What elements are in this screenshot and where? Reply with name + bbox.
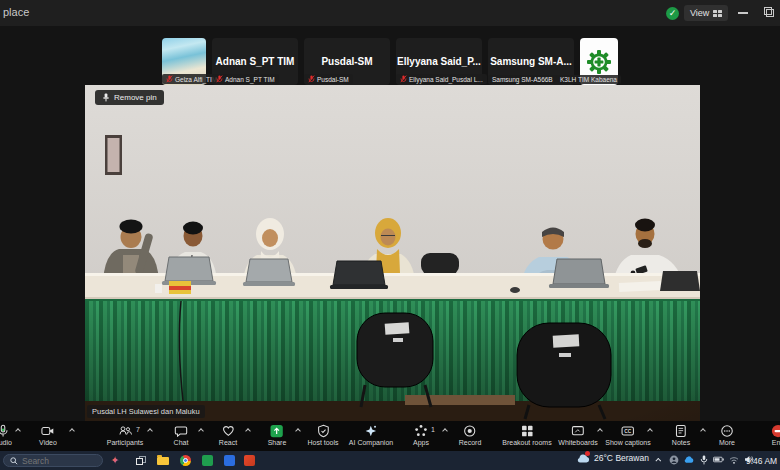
green-app-icon[interactable] — [200, 454, 214, 467]
zoom-meeting-window: place ✓ View Gelza Alfi_TIM Adnan S_PT T… — [0, 0, 780, 470]
breakout-rooms-button[interactable]: Breakout rooms — [502, 424, 551, 446]
participants-chevron[interactable] — [148, 429, 152, 433]
network-icon[interactable] — [728, 453, 739, 466]
system-tray — [653, 453, 754, 466]
chrome-icon[interactable] — [178, 454, 192, 467]
chat-chevron[interactable] — [199, 429, 203, 433]
end-meeting-button[interactable]: End — [771, 424, 780, 446]
taskbar-search[interactable] — [3, 454, 103, 467]
react-button[interactable]: React — [219, 424, 237, 446]
participant-display-name: Adnan S_PT TIM — [216, 56, 295, 67]
weather-temp: 26°C — [594, 453, 613, 463]
restore-button[interactable] — [764, 7, 774, 17]
more-icon — [720, 424, 734, 438]
participant-label: Ellyyana Said_Pusdal L... — [409, 76, 483, 83]
whiteboards-chevron[interactable] — [598, 429, 602, 433]
host-tools-button[interactable]: Host tools — [307, 424, 338, 446]
taskbar-clock[interactable]: 9:46 AM — [746, 456, 777, 466]
battery-icon[interactable] — [713, 453, 724, 466]
participants-label: Participants — [107, 439, 144, 446]
participant-strip: Gelza Alfi_TIM Adnan S_PT TIM Adnan S_PT… — [0, 38, 780, 85]
breakout-rooms-icon — [520, 424, 534, 438]
file-explorer-icon[interactable] — [156, 454, 170, 467]
shield-icon — [316, 424, 330, 438]
audio-label: Audio — [0, 439, 12, 446]
main-video-pinned[interactable]: Remove pin Pusdal LH Sulawesi dan Maluku — [85, 85, 700, 421]
show-captions-chevron[interactable] — [648, 429, 652, 433]
participants-icon — [117, 424, 132, 438]
whiteboards-button[interactable]: Whiteboards — [558, 424, 597, 446]
minimize-button[interactable] — [738, 12, 748, 14]
camera-icon — [41, 424, 56, 438]
react-chevron[interactable] — [246, 429, 250, 433]
empty-chair-behind-table — [421, 253, 459, 275]
participant-name-pill: Ellyyana Said_Pusdal L... — [396, 74, 487, 84]
notes-chevron[interactable] — [701, 429, 705, 433]
copilot-icon[interactable]: ✦ — [108, 454, 122, 467]
apps-chevron[interactable] — [443, 429, 447, 433]
participant-name-pill: K3LH TIM Kabaena — [556, 75, 621, 84]
video-chevron[interactable] — [70, 429, 74, 433]
end-label: End — [772, 439, 780, 446]
muted-mic-icon — [166, 75, 173, 83]
tray-mic-icon[interactable] — [698, 453, 709, 466]
tray-expand-chevron[interactable] — [653, 453, 664, 466]
search-input[interactable] — [22, 456, 92, 466]
svg-text:CC: CC — [624, 429, 632, 434]
windows-taskbar: ✦ 26°C Berawan 9:46 AM — [0, 451, 780, 470]
apps-label: Apps — [413, 439, 429, 446]
audio-button[interactable]: Audio — [0, 424, 12, 446]
ai-companion-label: AI Companion — [349, 439, 393, 446]
participant-tile-k3lh[interactable]: K3LH TIM Kabaena — [580, 38, 618, 85]
ai-sparkle-icon — [364, 424, 378, 438]
whiteboards-label: Whiteboards — [558, 439, 597, 446]
ai-companion-button[interactable]: AI Companion — [349, 424, 393, 446]
record-button[interactable]: Record — [459, 424, 482, 446]
orange-app-icon[interactable] — [242, 454, 256, 467]
show-captions-button[interactable]: CC Show captions — [605, 424, 651, 446]
remove-pin-button[interactable]: Remove pin — [95, 90, 164, 105]
taskbar-weather[interactable]: 26°C Berawan — [576, 453, 649, 463]
onedrive-cloud-icon[interactable] — [683, 453, 694, 466]
end-call-icon — [771, 424, 780, 438]
search-icon — [10, 457, 18, 465]
active-speaker-label: Pusdal LH Sulawesi dan Maluku — [87, 405, 205, 418]
participant-tile-adnan[interactable]: Adnan S_PT TIM Adnan S_PT TIM — [212, 38, 298, 85]
participant-label: Pusdal-SM — [317, 76, 349, 83]
participant-tile-gelza[interactable]: Gelza Alfi_TIM — [162, 38, 206, 85]
apps-button[interactable]: Apps — [413, 424, 429, 446]
show-captions-label: Show captions — [605, 439, 651, 446]
participant-tile-ellyyana[interactable]: Ellyyana Said_P... Ellyyana Said_Pusdal … — [396, 38, 482, 85]
participants-count-badge: 7 — [136, 426, 140, 433]
notes-button[interactable]: Notes — [672, 424, 690, 446]
share-button[interactable]: Share — [268, 424, 287, 446]
share-screen-icon — [270, 424, 284, 438]
breakout-rooms-label: Breakout rooms — [502, 439, 551, 446]
notes-icon — [674, 424, 688, 438]
video-button[interactable]: Video — [39, 424, 57, 446]
chat-label: Chat — [174, 439, 189, 446]
participant-display-name: Pusdal-SM — [321, 56, 372, 67]
participant-tile-pusdal-sm[interactable]: Pusdal-SM Pusdal-SM — [304, 38, 390, 85]
tray-app-icon[interactable] — [668, 453, 679, 466]
audio-chevron[interactable] — [16, 429, 20, 433]
window-title: place — [3, 6, 29, 18]
share-chevron[interactable] — [296, 429, 300, 433]
video-label: Video — [39, 439, 57, 446]
blue-app-icon[interactable] — [222, 454, 236, 467]
apps-icon — [414, 424, 428, 438]
security-shield-icon[interactable]: ✓ — [666, 7, 679, 20]
mic-icon — [0, 424, 10, 438]
chat-button[interactable]: Chat — [174, 424, 189, 446]
captions-icon: CC — [621, 424, 636, 438]
host-tools-label: Host tools — [307, 439, 338, 446]
muted-mic-icon — [308, 75, 315, 83]
participant-label: K3LH TIM Kabaena — [560, 76, 617, 83]
notes-label: Notes — [672, 439, 690, 446]
remove-pin-label: Remove pin — [114, 93, 157, 102]
task-view-icon[interactable] — [134, 454, 148, 467]
more-button[interactable]: More — [719, 424, 735, 446]
k3lh-gear-logo-icon — [586, 49, 612, 75]
participant-label: Gelza Alfi_TIM — [175, 76, 217, 83]
view-button[interactable]: View — [684, 5, 728, 21]
